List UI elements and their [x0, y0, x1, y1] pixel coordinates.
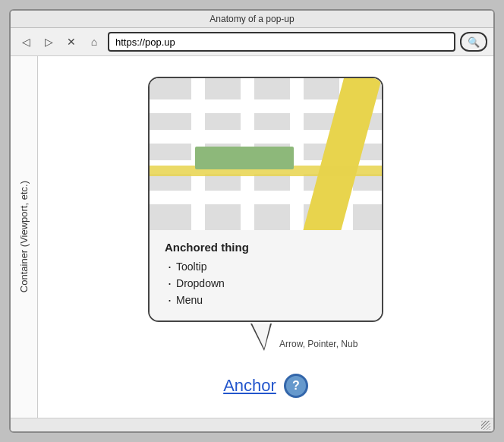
arrow-label: Arrow, Pointer, Nub: [279, 339, 358, 349]
title-bar: Anatomy of a pop-up: [11, 11, 493, 28]
popup-title: Anchored thing: [165, 241, 367, 254]
popup-info: Anchored thing Tooltip Dropdown Menu: [150, 230, 382, 320]
browser-window: Anatomy of a pop-up ◁ ▷ ✕ ⌂ 🔍 Container …: [9, 9, 495, 433]
anchor-link[interactable]: Anchor: [223, 376, 276, 396]
list-item: Menu: [168, 292, 367, 308]
popup-arrow: [250, 324, 272, 351]
map-streets: [150, 78, 382, 230]
list-item: Dropdown: [168, 275, 367, 292]
browser-content: Container (Viewport, etc.): [11, 56, 493, 418]
home-button[interactable]: ⌂: [85, 33, 103, 51]
popup-item-list: Tooltip Dropdown Menu: [165, 258, 367, 308]
map-area: [150, 78, 382, 230]
container-label: Container (Viewport, etc.): [11, 56, 38, 418]
resize-handle[interactable]: [481, 421, 490, 430]
back-button[interactable]: ◁: [17, 33, 35, 51]
status-bar: [11, 418, 493, 431]
search-icon: 🔍: [468, 36, 480, 48]
anchor-row: Anchor ?: [223, 374, 308, 398]
popup-container: Anchored thing Tooltip Dropdown Menu Arr…: [148, 77, 383, 322]
toolbar: ◁ ▷ ✕ ⌂ 🔍: [11, 28, 493, 56]
forward-button[interactable]: ▷: [39, 33, 58, 51]
main-area: Anchored thing Tooltip Dropdown Menu Arr…: [38, 56, 493, 418]
search-button[interactable]: 🔍: [460, 32, 487, 52]
list-item: Tooltip: [168, 258, 367, 275]
help-button[interactable]: ?: [284, 374, 308, 398]
address-bar[interactable]: [108, 32, 455, 52]
popup-box: Anchored thing Tooltip Dropdown Menu: [148, 77, 383, 322]
popup-arrow-area: Arrow, Pointer, Nub: [250, 324, 358, 351]
window-title: Anatomy of a pop-up: [209, 14, 294, 24]
close-button[interactable]: ✕: [62, 33, 80, 51]
